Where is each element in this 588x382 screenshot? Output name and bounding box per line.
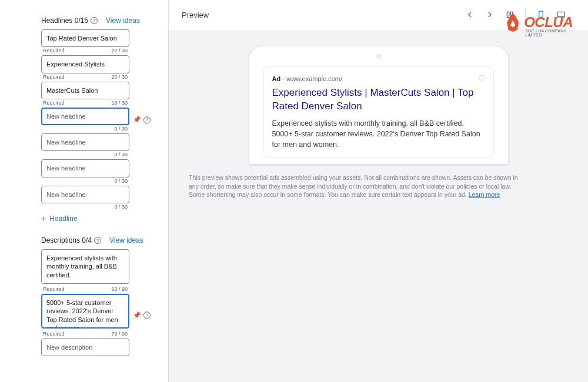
description-input[interactable] bbox=[41, 339, 129, 356]
ad-description: Experienced stylists with monthly traini… bbox=[272, 118, 485, 150]
description-input[interactable] bbox=[41, 294, 129, 329]
required-label: Required bbox=[43, 331, 65, 337]
plus-icon: + bbox=[41, 214, 46, 223]
headlines-title: Headlines 0/15 bbox=[41, 16, 88, 25]
input-meta bbox=[41, 358, 129, 360]
input-meta: 0 / 30 bbox=[41, 177, 129, 186]
headline-input[interactable] bbox=[41, 82, 129, 99]
description-input[interactable] bbox=[41, 249, 129, 284]
flame-icon bbox=[505, 13, 520, 32]
input-meta: 0 / 30 bbox=[41, 125, 129, 133]
char-count: 0 / 30 bbox=[114, 152, 128, 158]
headline-row: Required20 / 30 bbox=[41, 55, 163, 81]
description-row: Required62 / 90 bbox=[41, 249, 163, 294]
input-meta: Required22 / 30 bbox=[41, 47, 129, 55]
next-button[interactable] bbox=[484, 9, 496, 21]
char-count: 20 / 30 bbox=[111, 74, 128, 80]
headline-row: 0 / 30 bbox=[41, 159, 163, 185]
headline-input[interactable] bbox=[41, 29, 129, 47]
help-icon[interactable]: ? bbox=[91, 17, 98, 24]
ad-preview-card: Ad · www.example.com/ ⓘ Experienced Styl… bbox=[263, 66, 494, 158]
ad-headline: Experienced Stylists | MasterCuts Salon … bbox=[272, 86, 485, 113]
ad-display-url: · www.example.com/ bbox=[283, 75, 342, 82]
headline-input[interactable] bbox=[41, 186, 129, 203]
required-label: Required bbox=[43, 48, 65, 53]
preview-disclaimer: This preview shows potential ads assembl… bbox=[185, 173, 532, 199]
input-meta: 0 / 30 bbox=[41, 151, 129, 159]
input-meta: Required20 / 30 bbox=[41, 73, 129, 82]
char-count: 79 / 90 bbox=[111, 331, 128, 337]
char-count: 0 / 30 bbox=[114, 178, 128, 184]
prev-button[interactable] bbox=[464, 9, 476, 21]
char-count: 62 / 90 bbox=[111, 286, 128, 292]
camera-dot-icon bbox=[377, 55, 380, 58]
help-icon[interactable]: ? bbox=[143, 116, 151, 123]
headlines-header: Headlines 0/15 ? View ideas bbox=[41, 16, 163, 25]
headline-row: 0 / 30 bbox=[41, 133, 163, 159]
preview-title: Preview bbox=[182, 11, 209, 19]
pin-icon[interactable]: 📌 bbox=[133, 311, 141, 319]
help-icon[interactable]: ? bbox=[94, 237, 101, 244]
ad-badge: Ad bbox=[272, 75, 281, 82]
char-count: 16 / 30 bbox=[111, 100, 128, 106]
required-label: Required bbox=[43, 74, 65, 80]
watermark-tagline: SOC LUA COMPANY LIMITED bbox=[525, 29, 573, 37]
headline-row: Required16 / 30 bbox=[41, 82, 163, 108]
view-ideas-link[interactable]: View ideas bbox=[106, 16, 140, 25]
add-headline-label: Headline bbox=[49, 215, 77, 223]
headline-input[interactable] bbox=[41, 159, 129, 177]
headline-row: Required22 / 30 bbox=[41, 29, 163, 55]
headline-row: 0 / 30 bbox=[41, 186, 163, 212]
description-row: 📌?Required79 / 90 bbox=[41, 294, 163, 339]
required-label: Required bbox=[43, 286, 65, 292]
input-meta: Required79 / 90 bbox=[41, 330, 129, 339]
input-meta: Required62 / 90 bbox=[41, 286, 129, 294]
description-row bbox=[41, 339, 163, 360]
char-count: 0 / 30 bbox=[114, 126, 128, 132]
char-count: 0 / 30 bbox=[114, 204, 128, 210]
headline-row: 📌?0 / 30 bbox=[41, 108, 163, 133]
char-count: 22 / 30 bbox=[111, 48, 128, 53]
preview-panel: Preview bbox=[168, 0, 588, 382]
required-label: Required bbox=[43, 100, 65, 106]
input-meta: Required16 / 30 bbox=[41, 99, 129, 108]
ad-top-row: Ad · www.example.com/ ⓘ bbox=[272, 74, 485, 83]
add-headline-button[interactable]: + Headline bbox=[41, 212, 163, 226]
view-ideas-link[interactable]: View ideas bbox=[109, 236, 143, 244]
headline-input[interactable] bbox=[41, 108, 129, 125]
chevron-right-icon bbox=[485, 10, 495, 19]
preview-body: Ad · www.example.com/ ⓘ Experienced Styl… bbox=[169, 30, 588, 382]
phone-frame: Ad · www.example.com/ ⓘ Experienced Styl… bbox=[249, 46, 508, 164]
descriptions-header: Descriptions 0/4 ? View ideas bbox=[41, 236, 163, 244]
asset-editor-panel: Headlines 0/15 ? View ideas Required22 /… bbox=[41, 0, 168, 382]
chevron-left-icon bbox=[465, 10, 475, 19]
headline-input[interactable] bbox=[41, 133, 129, 151]
help-icon[interactable]: ? bbox=[143, 312, 151, 319]
info-icon[interactable]: ⓘ bbox=[479, 74, 485, 83]
watermark-logo: OCLUA SOC LUA COMPANY LIMITED bbox=[505, 13, 573, 32]
pin-icon[interactable]: 📌 bbox=[133, 116, 141, 123]
watermark-name: OCLUA bbox=[524, 14, 573, 31]
learn-more-link[interactable]: Learn more bbox=[469, 191, 500, 198]
input-meta: 0 / 30 bbox=[41, 203, 129, 212]
headline-input[interactable] bbox=[41, 55, 129, 73]
descriptions-title: Descriptions 0/4 bbox=[41, 236, 92, 244]
